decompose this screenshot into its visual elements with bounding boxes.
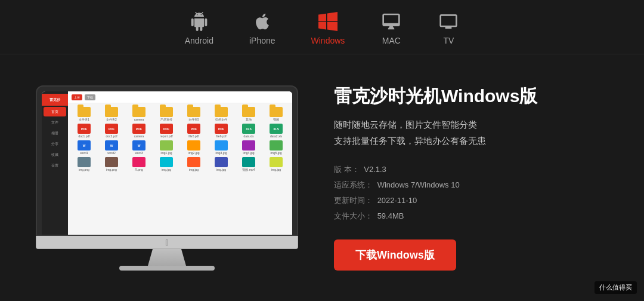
tab-windows-label: Windows bbox=[311, 36, 345, 45]
main-content: 雷克沙 首页 文件 相册 分享 收藏 设置 上传 下载 bbox=[0, 54, 644, 301]
file-item: 视频 bbox=[264, 107, 289, 121]
file-item: Wword3 bbox=[126, 140, 151, 155]
file-grid: 文件夹1 文件夹2 camera 产品宣传 文件夹5 归档文件 其他 视频 PD… bbox=[72, 107, 289, 171]
file-item: PDFfile6.pdf bbox=[209, 124, 234, 138]
product-desc: 随时随地云存储，图片文件智能分类 支持批量任务下载，异地办公有备无患 bbox=[334, 116, 608, 149]
system-label: 适应系统： bbox=[334, 180, 373, 189]
toolbar-download: 下载 bbox=[85, 94, 95, 100]
file-item: camera bbox=[126, 107, 151, 121]
download-button[interactable]: 下载Windows版 bbox=[334, 239, 456, 271]
sidebar-files: 文件 bbox=[44, 118, 66, 127]
update-row: 更新时间： 2022-11-10 bbox=[334, 193, 608, 208]
file-item: PDFcamera bbox=[126, 124, 151, 138]
product-title: 雷克沙时光机Windows版 bbox=[334, 85, 608, 107]
file-item: img.jpg bbox=[209, 157, 234, 171]
file-item: XLSdata2.xls bbox=[264, 124, 289, 138]
file-item: img.jpg bbox=[154, 157, 179, 171]
desc-line2: 支持批量任务下载，异地办公有备无患 bbox=[334, 136, 486, 146]
file-item: img.jpg bbox=[181, 157, 206, 171]
tab-mac[interactable]: MAC bbox=[380, 11, 402, 45]
product-info: 版 本： V2.1.3 适应系统： Windows 7/Windows 10 更… bbox=[334, 162, 608, 224]
size-row: 文件大小： 59.4MB bbox=[334, 208, 608, 224]
sidebar-share: 分享 bbox=[44, 139, 66, 149]
file-item: PDFdoc1.pdf bbox=[72, 124, 97, 138]
imac-chin:  bbox=[36, 236, 298, 249]
tab-iphone[interactable]: iPhone bbox=[249, 11, 275, 45]
sidebar-home: 首页 bbox=[44, 107, 66, 116]
file-item: 文件夹1 bbox=[72, 107, 97, 121]
file-item: Wword1 bbox=[72, 140, 97, 155]
app-logo: 雷克沙 bbox=[42, 94, 68, 106]
update-label: 更新时间： bbox=[334, 196, 373, 205]
imac-stand bbox=[143, 249, 191, 266]
apple-icon bbox=[252, 11, 273, 32]
tab-tv[interactable]: TV bbox=[438, 11, 459, 45]
sidebar-settings: 设置 bbox=[44, 161, 66, 170]
tab-iphone-label: iPhone bbox=[249, 36, 275, 45]
file-item: 文件夹5 bbox=[181, 107, 206, 121]
file-item: img3.jpg bbox=[209, 140, 234, 155]
app-toolbar: 上传 下载 bbox=[68, 91, 292, 103]
version-label: 版 本： bbox=[334, 165, 360, 174]
app-main: 上传 下载 文件夹1 文件夹2 camera 产品宣传 文件夹5 bbox=[68, 91, 292, 235]
tab-android-label: Android bbox=[185, 36, 213, 45]
file-item: 文件夹2 bbox=[99, 107, 124, 121]
file-item: 归档文件 bbox=[209, 107, 234, 121]
file-item: 其他 bbox=[236, 107, 261, 121]
android-icon bbox=[188, 11, 210, 32]
file-item: 产品宣传 bbox=[154, 107, 179, 121]
tab-tv-label: TV bbox=[443, 36, 454, 45]
tab-windows[interactable]: Windows bbox=[311, 11, 345, 45]
version-value: V2.1.3 bbox=[364, 165, 386, 174]
size-label: 文件大小： bbox=[334, 211, 373, 220]
tv-icon bbox=[438, 11, 459, 32]
imac-screen: 雷克沙 首页 文件 相册 分享 收藏 设置 上传 下载 bbox=[42, 91, 292, 235]
app-content: 文件夹1 文件夹2 camera 产品宣传 文件夹5 归档文件 其他 视频 PD… bbox=[68, 103, 292, 235]
nav-tabs: Android iPhone Windows MAC bbox=[0, 0, 644, 54]
sidebar-photos: 相册 bbox=[44, 128, 66, 138]
watermark-text: 什么值得买 bbox=[599, 284, 632, 291]
imac-mockup: 雷克沙 首页 文件 相册 分享 收藏 设置 上传 下载 bbox=[36, 85, 298, 271]
toolbar-upload: 上传 bbox=[72, 94, 82, 100]
app-sidebar: 雷克沙 首页 文件 相册 分享 收藏 设置 bbox=[42, 91, 68, 235]
desc-line1: 随时随地云存储，图片文件智能分类 bbox=[334, 119, 477, 130]
tab-android[interactable]: Android bbox=[185, 11, 213, 45]
monitor-icon bbox=[380, 11, 402, 32]
system-row: 适应系统： Windows 7/Windows 10 bbox=[334, 177, 608, 193]
file-item: PDFfile5.pdf bbox=[181, 124, 206, 138]
version-row: 版 本： V2.1.3 bbox=[334, 162, 608, 177]
windows-icon bbox=[317, 11, 339, 32]
file-item: img1.jpg bbox=[154, 140, 179, 155]
file-item: 视频.mp4 bbox=[236, 157, 261, 171]
file-item: R.png bbox=[126, 157, 151, 171]
file-item: Wword2 bbox=[99, 140, 124, 155]
file-item: PDFdoc2.pdf bbox=[99, 124, 124, 138]
watermark: 什么值得买 bbox=[595, 281, 637, 294]
apple-logo-chin:  bbox=[165, 236, 168, 249]
file-item: img2.jpg bbox=[181, 140, 206, 155]
right-content: 雷克沙时光机Windows版 随时随地云存储，图片文件智能分类 支持批量任务下载… bbox=[334, 85, 608, 271]
sidebar-fav: 收藏 bbox=[44, 150, 66, 159]
file-item: img.png bbox=[72, 157, 97, 171]
file-item: img.jpg bbox=[264, 157, 289, 171]
file-item: img5.jpg bbox=[264, 140, 289, 155]
file-item: XLSdata.xls bbox=[236, 124, 261, 138]
imac-base bbox=[119, 266, 215, 271]
file-item: PDFreport.pdf bbox=[154, 124, 179, 138]
update-value: 2022-11-10 bbox=[377, 196, 417, 205]
tab-mac-label: MAC bbox=[382, 36, 401, 45]
size-value: 59.4MB bbox=[377, 211, 404, 220]
file-item: img.png bbox=[99, 157, 124, 171]
imac-screen-outer: 雷克沙 首页 文件 相册 分享 收藏 设置 上传 下载 bbox=[36, 85, 298, 236]
file-item: img4.jpg bbox=[236, 140, 261, 155]
system-value: Windows 7/Windows 10 bbox=[377, 180, 460, 189]
app-ui: 雷克沙 首页 文件 相册 分享 收藏 设置 上传 下载 bbox=[42, 91, 292, 235]
